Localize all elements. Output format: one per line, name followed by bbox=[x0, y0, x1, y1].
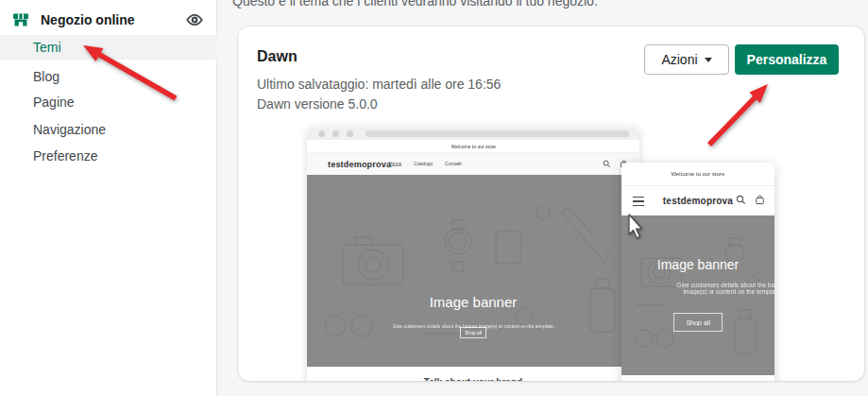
sidebar: Negozio online Temi Blog Pagine Navigazi… bbox=[0, 0, 217, 396]
nav-link-home: Home bbox=[389, 162, 401, 166]
store-name: testdemoprova bbox=[328, 160, 391, 169]
browser-chrome bbox=[307, 128, 639, 140]
banner-subtitle: Give customers details about the banner … bbox=[621, 282, 774, 309]
eye-icon bbox=[185, 10, 204, 29]
preview-site-header: testdemoprova Home Catalogo Contatti bbox=[307, 153, 639, 175]
theme-name: Dawn bbox=[257, 47, 501, 66]
nav-link-contatti: Contatti bbox=[445, 162, 461, 166]
search-icon bbox=[603, 160, 611, 168]
sidebar-title: Negozio online bbox=[41, 12, 173, 27]
announcement-bar: Welcome to our store bbox=[621, 163, 774, 186]
sidebar-item-blog[interactable]: Blog bbox=[0, 64, 217, 89]
theme-last-saved: Ultimo salvataggio: martedì alle ore 16:… bbox=[257, 75, 501, 95]
clipped-section-heading: Talk about your brand bbox=[307, 377, 639, 381]
browser-dot-icon bbox=[332, 130, 339, 137]
search-icon bbox=[736, 195, 746, 205]
sidebar-item-preferenze[interactable]: Preferenze bbox=[0, 144, 217, 168]
sidebar-item-label: Preferenze bbox=[33, 148, 97, 164]
sidebar-item-label: Temi bbox=[33, 40, 61, 55]
main-content: Questo è il tema che i clienti vedranno … bbox=[218, 0, 868, 396]
shop-all-button: Shop all bbox=[460, 327, 486, 338]
customize-button[interactable]: Personalizza bbox=[735, 44, 839, 75]
cart-icon bbox=[755, 195, 765, 205]
actions-button[interactable]: Azioni bbox=[644, 44, 729, 75]
preview-section-below: Talk about your brand bbox=[307, 367, 639, 381]
preview-nav: Home Catalogo Contatti bbox=[389, 162, 462, 166]
sidebar-item-navigazione[interactable]: Navigazione bbox=[0, 117, 217, 142]
banner-title: Image banner bbox=[621, 257, 774, 272]
theme-card-header: Dawn Ultimo salvataggio: martedì alle or… bbox=[257, 47, 501, 114]
current-theme-card: Dawn Ultimo salvataggio: martedì alle or… bbox=[238, 26, 864, 381]
theme-mobile-preview[interactable]: Welcome to our store testdemoprova bbox=[621, 163, 774, 381]
storefront-icon bbox=[11, 10, 30, 29]
sidebar-item-label: Pagine bbox=[33, 95, 75, 110]
announcement-text: Welcome to our store bbox=[451, 144, 495, 148]
actions-button-label: Azioni bbox=[661, 52, 697, 67]
sidebar-item-label: Navigazione bbox=[33, 122, 106, 137]
shop-all-button: Shop all bbox=[673, 313, 723, 332]
customize-button-label: Personalizza bbox=[747, 52, 827, 67]
sidebar-item-pagine[interactable]: Pagine bbox=[0, 90, 217, 114]
preview-site-header: testdemoprova bbox=[621, 186, 774, 215]
sidebar-item-temi[interactable]: Temi bbox=[0, 35, 217, 60]
view-store-button[interactable] bbox=[183, 9, 206, 31]
theme-desktop-preview[interactable]: Welcome to our store testdemoprova Home … bbox=[307, 128, 639, 381]
theme-version: Dawn versione 5.0.0 bbox=[257, 95, 501, 114]
chevron-down-icon bbox=[705, 58, 712, 62]
image-banner-mobile: Image banner Give customers details abou… bbox=[621, 215, 774, 375]
announcement-bar: Welcome to our store bbox=[307, 140, 639, 153]
intro-note: Questo è il tema che i clienti vedranno … bbox=[232, 0, 598, 9]
banner-title: Image banner bbox=[307, 294, 639, 310]
url-bar bbox=[366, 130, 629, 137]
announcement-text: Welcome to our store bbox=[672, 171, 725, 177]
browser-dot-icon bbox=[318, 130, 325, 137]
nav-link-catalogo: Catalogo bbox=[414, 162, 433, 166]
shopify-admin-themes-page: Negozio online Temi Blog Pagine Navigazi… bbox=[0, 0, 868, 396]
browser-dot-icon bbox=[347, 130, 353, 137]
image-banner-desktop: Image banner Give customers details abou… bbox=[307, 175, 639, 367]
sidebar-header: Negozio online bbox=[11, 8, 206, 32]
sidebar-item-label: Blog bbox=[33, 69, 60, 84]
